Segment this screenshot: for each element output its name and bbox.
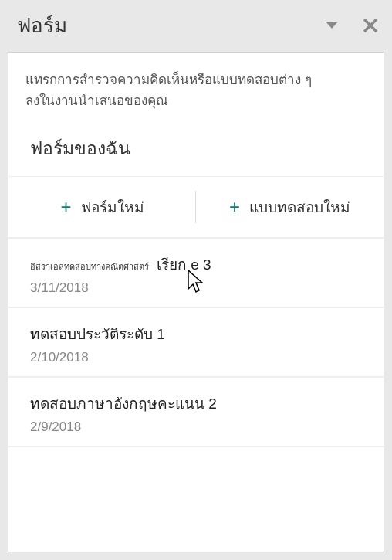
form-item-date: 2/9/2018 [30, 419, 367, 435]
svg-marker-0 [326, 22, 338, 29]
header-controls [326, 18, 378, 33]
form-item-title: ทดสอบภาษาอังกฤษคะแนน 2 [30, 392, 367, 415]
pane-title: ฟอร์ม [17, 9, 326, 41]
pane-content: แทรกการสํารวจความคิดเห็นหรือแบบทดสอบต่าง… [8, 52, 384, 552]
new-form-button[interactable]: + ฟอร์มใหม่ [8, 177, 196, 237]
new-buttons-row: + ฟอร์มใหม่ + แบบทดสอบใหม่ [8, 176, 384, 239]
form-item-date: 3/11/2018 [30, 280, 367, 296]
form-item-prefix: อิสราเอลทดสอบทางคณิตศาสตร์ [30, 260, 149, 273]
form-item[interactable]: อิสราเอลทดสอบทางคณิตศาสตร์ เรียก e 3 3/1… [8, 239, 384, 308]
description-line2: ลงในงานนําเสนอของคุณ [25, 93, 168, 108]
form-item-title: อิสราเอลทดสอบทางคณิตศาสตร์ เรียก e 3 [30, 253, 367, 276]
form-item-name: ทดสอบภาษาอังกฤษคะแนน 2 [30, 392, 217, 415]
dropdown-icon[interactable] [326, 22, 338, 29]
close-icon[interactable] [363, 18, 378, 33]
form-item-name: ทดสอบประวัติระดับ 1 [30, 322, 165, 345]
new-form-label: ฟอร์มใหม่ [81, 195, 144, 219]
plus-icon: + [60, 198, 71, 216]
form-item-name: เรียก e 3 [157, 253, 211, 276]
form-item-date: 2/10/2018 [30, 350, 367, 365]
forms-list: อิสราเอลทดสอบทางคณิตศาสตร์ เรียก e 3 3/1… [8, 239, 384, 447]
description-line1: แทรกการสํารวจความคิดเห็นหรือแบบทดสอบต่าง… [25, 73, 312, 87]
new-quiz-label: แบบทดสอบใหม่ [249, 195, 350, 219]
new-quiz-button[interactable]: + แบบทดสอบใหม่ [196, 177, 384, 237]
form-item[interactable]: ทดสอบประวัติระดับ 1 2/10/2018 [8, 308, 384, 378]
forms-pane: ฟอร์ม แทรกการสํารวจความคิดเห็นหรือแบบทดส… [0, 0, 392, 560]
plus-icon: + [229, 198, 240, 216]
pane-header: ฟอร์ม [0, 0, 392, 49]
form-item-title: ทดสอบประวัติระดับ 1 [30, 322, 367, 345]
form-item[interactable]: ทดสอบภาษาอังกฤษคะแนน 2 2/9/2018 [8, 378, 384, 447]
section-title: ฟอร์มของฉัน [8, 130, 384, 176]
description-text: แทรกการสํารวจความคิดเห็นหรือแบบทดสอบต่าง… [8, 70, 384, 130]
